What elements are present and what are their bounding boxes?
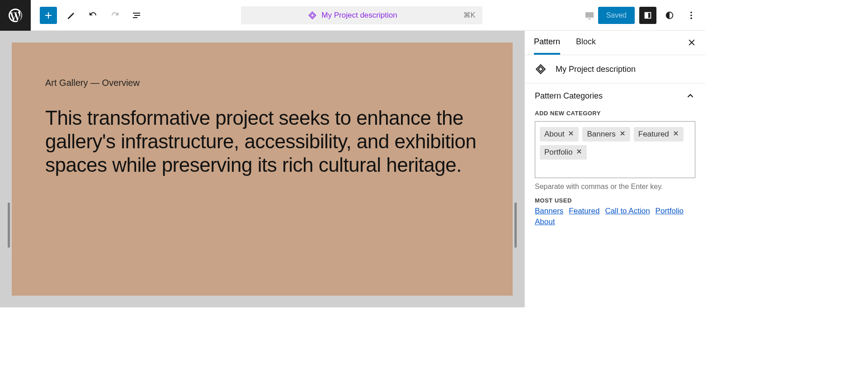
chip-label: Portfolio (544, 148, 572, 157)
category-chip: Featured (634, 127, 684, 141)
list-icon (131, 10, 142, 21)
most-used-link[interactable]: About (535, 217, 555, 226)
pattern-canvas[interactable]: Art Gallery — Overview This transformati… (12, 42, 513, 296)
options-button[interactable] (683, 7, 700, 24)
remove-chip-button[interactable] (673, 130, 679, 139)
wordpress-logo[interactable] (0, 0, 31, 31)
canvas-area: Art Gallery — Overview This transformati… (0, 31, 524, 307)
settings-sidebar-toggle[interactable] (639, 7, 656, 24)
toolbar-left-group (31, 5, 147, 26)
chip-label: Featured (638, 130, 669, 139)
desktop-icon (584, 10, 595, 21)
add-new-category-label: Add New Category (525, 104, 705, 121)
categories-label: Pattern Categories (535, 91, 603, 101)
pattern-name: My Project description (556, 65, 636, 74)
close-icon (687, 38, 696, 47)
canvas-label[interactable]: Art Gallery — Overview (45, 78, 479, 88)
remove-chip-button[interactable] (576, 148, 582, 157)
pencil-icon (66, 10, 77, 21)
sidebar-tabs: Pattern Block (525, 31, 705, 55)
categories-panel-header[interactable]: Pattern Categories (525, 84, 705, 104)
settings-sidebar: Pattern Block My Project description Pat… (524, 31, 705, 307)
view-button[interactable] (581, 7, 598, 24)
svg-point-2 (690, 17, 692, 19)
canvas-body[interactable]: This transformative project seeks to enh… (45, 106, 479, 177)
save-button: Saved (598, 7, 635, 24)
category-chip: Banners (582, 127, 630, 141)
top-toolbar: My Project description ⌘K Saved (0, 0, 705, 31)
category-input-box[interactable]: About Banners Featured Portfolio (535, 121, 695, 178)
most-used-links: Banners Featured Call to Action Portfoli… (525, 204, 705, 236)
edit-mode-button[interactable] (61, 5, 82, 26)
styles-button[interactable] (661, 7, 678, 24)
diamond-icon (535, 63, 547, 75)
contrast-icon (665, 10, 675, 20)
shortcut-hint: ⌘K (463, 11, 476, 19)
undo-button[interactable] (82, 5, 104, 26)
most-used-label: Most Used (525, 197, 705, 204)
command-title: My Project description (248, 11, 457, 20)
undo-icon (88, 10, 99, 21)
svg-point-0 (690, 11, 692, 13)
wordpress-icon (7, 7, 24, 24)
most-used-link[interactable]: Call to Action (605, 207, 650, 216)
sidebar-icon (643, 10, 653, 20)
scrollbar-left[interactable] (8, 203, 10, 248)
diamond-icon (308, 11, 317, 20)
add-block-button[interactable] (40, 7, 57, 24)
remove-chip-button[interactable] (568, 130, 574, 139)
chip-label: About (544, 130, 564, 139)
pattern-title-section: My Project description (525, 55, 705, 84)
most-used-link[interactable]: Portfolio (656, 207, 684, 216)
document-overview-button[interactable] (126, 5, 147, 26)
toolbar-right-group: Saved (576, 7, 705, 24)
chevron-up-icon (685, 91, 695, 101)
tab-block[interactable]: Block (576, 31, 596, 55)
redo-icon (109, 10, 120, 21)
category-chip: Portfolio (540, 145, 587, 160)
close-sidebar-button[interactable] (687, 38, 696, 49)
category-hint: Separate with commas or the Enter key. (525, 183, 705, 197)
redo-button[interactable] (104, 5, 126, 26)
plus-icon (43, 10, 54, 21)
svg-point-1 (690, 14, 692, 16)
remove-chip-button[interactable] (619, 130, 626, 139)
more-vertical-icon (686, 10, 696, 20)
chip-label: Banners (587, 130, 615, 139)
tab-pattern[interactable]: Pattern (534, 31, 560, 55)
most-used-link[interactable]: Featured (569, 207, 599, 216)
most-used-link[interactable]: Banners (535, 207, 563, 216)
scrollbar-right[interactable] (514, 203, 517, 248)
category-chip: About (540, 127, 579, 141)
command-bar[interactable]: My Project description ⌘K (241, 6, 482, 24)
